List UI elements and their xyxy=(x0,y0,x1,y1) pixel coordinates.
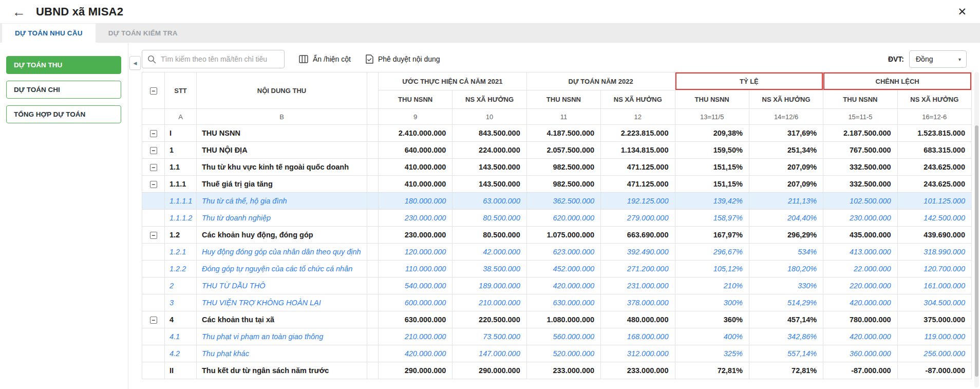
value-cell[interactable]: 139,42% xyxy=(675,193,749,210)
value-cell[interactable]: 312.000.000 xyxy=(601,345,675,362)
value-cell[interactable]: 413.000.000 xyxy=(823,244,897,261)
collapse-all-icon[interactable]: − xyxy=(150,87,157,95)
content-cell[interactable]: Thu kết dư từ ngân sách năm trước xyxy=(197,362,367,379)
table-row[interactable]: 1.1.1.2Thu từ doanh nghiệp230.000.00080.… xyxy=(142,210,972,227)
value-cell[interactable]: 296,29% xyxy=(749,227,823,244)
content-cell[interactable]: THU VIỆN TRỢ KHÔNG HOÀN LẠI xyxy=(197,294,367,311)
content-cell[interactable]: Các khoản huy động, đóng góp xyxy=(197,227,367,244)
value-cell[interactable]: 1.523.815.000 xyxy=(897,125,971,142)
table-row[interactable]: −1.2Các khoản huy động, đóng góp230.000.… xyxy=(142,227,972,244)
value-cell[interactable]: 180,20% xyxy=(749,261,823,277)
value-cell[interactable]: 843.500.000 xyxy=(453,125,526,142)
value-cell[interactable]: 168.000.000 xyxy=(601,328,675,345)
stt-cell[interactable]: 3 xyxy=(165,294,197,311)
stt-cell[interactable]: II xyxy=(165,362,197,379)
value-cell[interactable]: 4.187.500.000 xyxy=(526,125,600,142)
value-cell[interactable]: 189.000.000 xyxy=(453,277,526,294)
table-row[interactable]: 1.2.1Huy động đóng góp của nhân dân theo… xyxy=(142,244,972,261)
value-cell[interactable]: 220.000.000 xyxy=(823,277,897,294)
value-cell[interactable]: 982.500.000 xyxy=(526,159,600,176)
value-cell[interactable]: -87.000.000 xyxy=(823,362,897,379)
value-cell[interactable]: 410.000.000 xyxy=(379,159,453,176)
value-cell[interactable]: 80.500.000 xyxy=(453,210,526,227)
value-cell[interactable]: 180.000.000 xyxy=(379,193,453,210)
value-cell[interactable]: 119.000.000 xyxy=(897,328,971,345)
sidebar-item-du-toan-thu[interactable]: DỰ TOÁN THU xyxy=(6,56,121,74)
value-cell[interactable]: 410.000.000 xyxy=(379,176,453,193)
value-cell[interactable]: 780.000.000 xyxy=(823,311,897,328)
value-cell[interactable]: 63.000.000 xyxy=(453,193,526,210)
value-cell[interactable]: 290.000.000 xyxy=(453,362,526,379)
tab-du-toan-kiem-tra[interactable]: DỰ TOÁN KIỂM TRA xyxy=(96,24,191,43)
value-cell[interactable]: 663.690.000 xyxy=(601,227,675,244)
value-cell[interactable]: 251,34% xyxy=(749,142,823,159)
value-cell[interactable]: 159,50% xyxy=(675,142,749,159)
value-cell[interactable]: 207,09% xyxy=(749,176,823,193)
value-cell[interactable]: 120.700.000 xyxy=(897,261,971,277)
stt-cell[interactable]: 1.2 xyxy=(165,227,197,244)
value-cell[interactable]: 362.500.000 xyxy=(526,193,600,210)
value-cell[interactable]: 439.690.000 xyxy=(897,227,971,244)
value-cell[interactable]: 360% xyxy=(675,311,749,328)
value-cell[interactable]: 2.057.500.000 xyxy=(526,142,600,159)
content-cell[interactable]: Thu từ khu vực kinh tế ngoài quốc doanh xyxy=(197,159,367,176)
scrollbar-thumb[interactable] xyxy=(975,125,978,377)
value-cell[interactable]: 105,12% xyxy=(675,261,749,277)
table-row[interactable]: −1THU NỘI ĐỊA640.000.000224.000.0002.057… xyxy=(142,142,972,159)
value-cell[interactable]: 420.000.000 xyxy=(526,277,600,294)
content-cell[interactable]: Thu phạt khác xyxy=(197,345,367,362)
value-cell[interactable]: 1.080.000.000 xyxy=(526,311,600,328)
value-cell[interactable]: 2.410.000.000 xyxy=(379,125,453,142)
value-cell[interactable]: 233.000.000 xyxy=(526,362,600,379)
value-cell[interactable]: 151,15% xyxy=(675,176,749,193)
table-row[interactable]: 3THU VIỆN TRỢ KHÔNG HOÀN LẠI600.000.0002… xyxy=(142,294,972,311)
value-cell[interactable]: 220.500.000 xyxy=(453,311,526,328)
value-cell[interactable]: 204,40% xyxy=(749,210,823,227)
value-cell[interactable]: 540.000.000 xyxy=(379,277,453,294)
value-cell[interactable]: 143.500.000 xyxy=(453,176,526,193)
value-cell[interactable]: 400% xyxy=(675,328,749,345)
sidebar-collapse-button[interactable]: ◀ xyxy=(129,56,141,70)
collapse-icon[interactable]: − xyxy=(150,181,157,188)
value-cell[interactable]: 767.500.000 xyxy=(823,142,897,159)
value-cell[interactable]: 231.000.000 xyxy=(601,277,675,294)
collapse-icon[interactable]: − xyxy=(150,232,157,239)
value-cell[interactable]: 332.500.000 xyxy=(823,176,897,193)
value-cell[interactable]: 600.000.000 xyxy=(379,294,453,311)
back-arrow-icon[interactable]: ← xyxy=(12,5,26,18)
value-cell[interactable]: 210.000.000 xyxy=(453,294,526,311)
content-cell[interactable]: THU NỘI ĐỊA xyxy=(197,142,367,159)
value-cell[interactable]: 167,97% xyxy=(675,227,749,244)
content-cell[interactable]: Đóng góp tự nguyện của các tổ chức cá nh… xyxy=(197,261,367,277)
value-cell[interactable]: 210.000.000 xyxy=(379,328,453,345)
value-cell[interactable]: 534% xyxy=(749,244,823,261)
table-row[interactable]: −1.1.1Thuế giá trị gia tăng410.000.00014… xyxy=(142,176,972,193)
vertical-scrollbar[interactable] xyxy=(974,72,979,387)
value-cell[interactable]: 22.000.000 xyxy=(823,261,897,277)
value-cell[interactable]: 318.990.000 xyxy=(897,244,971,261)
value-cell[interactable]: 142.500.000 xyxy=(897,210,971,227)
stt-cell[interactable]: 4 xyxy=(165,311,197,328)
value-cell[interactable]: 620.000.000 xyxy=(526,210,600,227)
value-cell[interactable]: 233.000.000 xyxy=(601,362,675,379)
table-row[interactable]: 1.2.2Đóng góp tự nguyện của các tổ chức … xyxy=(142,261,972,277)
collapse-icon[interactable]: − xyxy=(150,317,157,324)
value-cell[interactable]: 332.500.000 xyxy=(823,159,897,176)
value-cell[interactable]: 982.500.000 xyxy=(526,176,600,193)
value-cell[interactable]: 480.000.000 xyxy=(601,311,675,328)
value-cell[interactable]: 452.000.000 xyxy=(526,261,600,277)
content-cell[interactable]: Thuế giá trị gia tăng xyxy=(197,176,367,193)
value-cell[interactable]: 471.125.000 xyxy=(601,159,675,176)
unit-dropdown[interactable]: Đồng ▾ xyxy=(909,50,967,68)
sidebar-item-du-toan-chi[interactable]: DỰ TOÁN CHI xyxy=(6,81,121,99)
value-cell[interactable]: 230.000.000 xyxy=(379,227,453,244)
stt-cell[interactable]: I xyxy=(165,125,197,142)
value-cell[interactable]: 120.000.000 xyxy=(379,244,453,261)
value-cell[interactable]: 209,38% xyxy=(675,125,749,142)
stt-cell[interactable]: 4.2 xyxy=(165,345,197,362)
stt-cell[interactable]: 1.2.1 xyxy=(165,244,197,261)
collapse-icon[interactable]: − xyxy=(150,164,157,171)
table-row[interactable]: 1.1.1.1Thu từ cá thể, hộ gia đình180.000… xyxy=(142,193,972,210)
value-cell[interactable]: 72,81% xyxy=(749,362,823,379)
table-row[interactable]: −ITHU NSNN2.410.000.000843.500.0004.187.… xyxy=(142,125,972,142)
